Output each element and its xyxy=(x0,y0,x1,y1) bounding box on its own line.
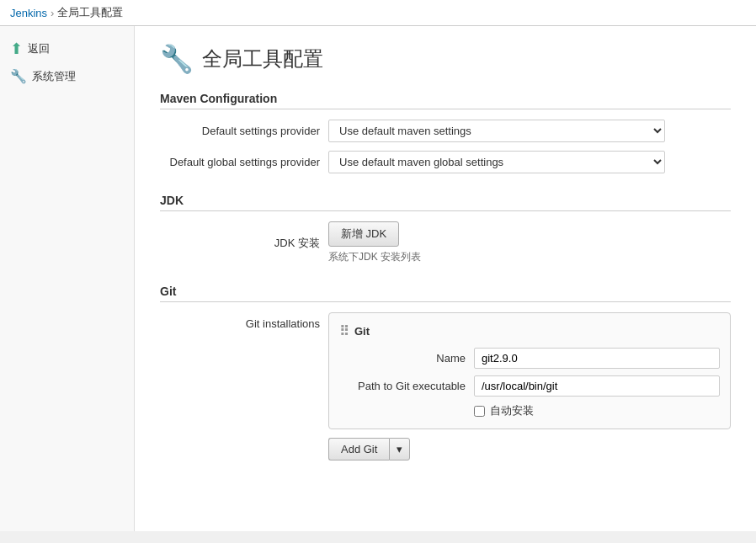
auto-install-row: 自动安装 xyxy=(474,403,720,418)
jdk-installations-row: JDK 安装 新增 JDK 系统下JDK 安装列表 xyxy=(160,221,731,264)
default-settings-label: Default settings provider xyxy=(160,125,328,137)
back-icon: ⬆ xyxy=(10,40,23,58)
default-global-settings-label: Default global settings provider xyxy=(160,156,328,168)
add-git-button[interactable]: Add Git xyxy=(328,438,389,460)
auto-install-checkbox[interactable] xyxy=(474,406,485,417)
jdk-controls: 新增 JDK 系统下JDK 安装列表 xyxy=(328,221,421,264)
default-settings-select[interactable]: Use default maven settings xyxy=(328,120,665,142)
git-path-row: Path to Git executable xyxy=(339,375,720,397)
breadcrumb-sep: › xyxy=(51,7,54,19)
jdk-section-title: JDK xyxy=(160,194,731,211)
git-path-input[interactable] xyxy=(474,375,720,397)
breadcrumb-root[interactable]: Jenkins xyxy=(10,7,47,19)
maven-section: Maven Configuration Default settings pro… xyxy=(160,92,731,173)
sidebar-item-back[interactable]: ⬆ 返回 xyxy=(0,35,134,63)
git-name-label: Name xyxy=(339,352,474,365)
jdk-note: 系统下JDK 安装列表 xyxy=(328,250,421,264)
sidebar-item-system-label: 系统管理 xyxy=(32,69,76,84)
git-right: ⠿ Git Name Path to Git executable xyxy=(328,312,731,460)
git-name-input[interactable] xyxy=(474,348,720,369)
drag-icon: ⠿ xyxy=(339,323,349,339)
add-git-dropdown-arrow[interactable]: ▾ xyxy=(389,438,410,460)
default-global-settings-row: Default global settings provider Use def… xyxy=(160,151,731,173)
jdk-installations-label: JDK 安装 xyxy=(160,236,328,251)
breadcrumb-current: 全局工具配置 xyxy=(57,5,123,20)
git-block-title: Git xyxy=(354,325,370,338)
breadcrumb: Jenkins › 全局工具配置 xyxy=(0,0,756,26)
jdk-section: JDK JDK 安装 新增 JDK 系统下JDK 安装列表 xyxy=(160,194,731,264)
main-content: 🔧 全局工具配置 Maven Configuration Default set… xyxy=(135,26,756,531)
auto-install-label: 自动安装 xyxy=(490,403,534,418)
default-settings-row: Default settings provider Use default ma… xyxy=(160,120,731,142)
add-git-row: Add Git ▾ xyxy=(328,438,731,460)
git-block: ⠿ Git Name Path to Git executable xyxy=(328,312,731,429)
maven-section-title: Maven Configuration xyxy=(160,92,731,109)
system-icon: 🔧 xyxy=(10,68,27,84)
git-installations-row: Git installations ⠿ Git Name Pa xyxy=(160,312,731,460)
git-installations-label: Git installations xyxy=(160,312,328,460)
git-name-row: Name xyxy=(339,348,720,369)
git-section-title: Git xyxy=(160,285,731,302)
add-jdk-button[interactable]: 新增 JDK xyxy=(328,221,399,247)
sidebar-item-system[interactable]: 🔧 系统管理 xyxy=(0,63,134,89)
sidebar: ⬆ 返回 🔧 系统管理 xyxy=(0,26,135,531)
page-title: 全局工具配置 xyxy=(202,45,323,72)
git-block-header: ⠿ Git xyxy=(339,323,720,339)
git-path-label: Path to Git executable xyxy=(339,380,474,392)
page-header: 🔧 全局工具配置 xyxy=(160,43,731,75)
sidebar-item-back-label: 返回 xyxy=(28,41,50,56)
add-git-button-group: Add Git ▾ xyxy=(328,438,410,460)
chevron-down-icon: ▾ xyxy=(397,443,402,455)
git-section: Git Git installations ⠿ Git Name xyxy=(160,285,731,460)
page-icon: 🔧 xyxy=(160,43,194,75)
default-global-settings-select[interactable]: Use default maven global settings xyxy=(328,151,665,173)
